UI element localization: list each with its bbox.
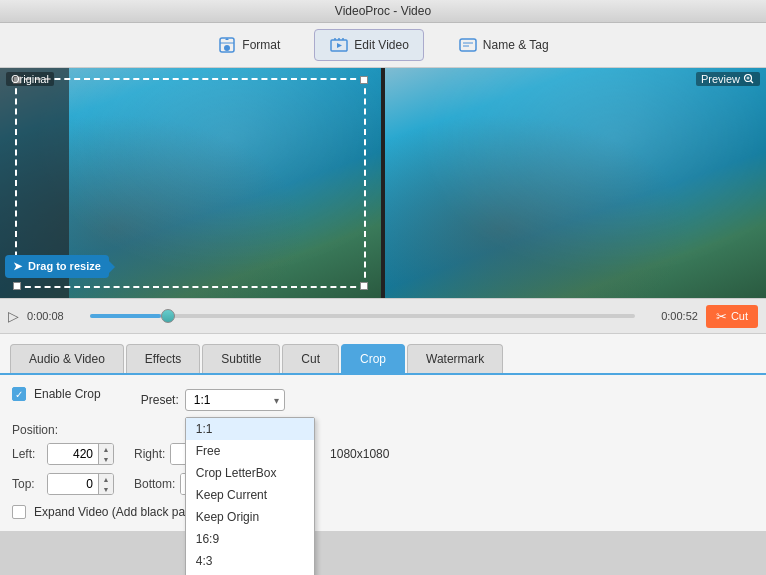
svg-point-2: [224, 45, 230, 51]
preset-dropdown: 1:1 Free Crop LetterBox Keep Current Kee…: [185, 417, 315, 575]
left-input-group: Left: ▲ ▼: [12, 443, 114, 465]
dropdown-item-keep-current[interactable]: Keep Current: [186, 484, 314, 506]
preview-video: [385, 68, 766, 298]
top-spin-down[interactable]: ▼: [99, 484, 113, 494]
top-spin-up[interactable]: ▲: [99, 474, 113, 484]
tab-crop[interactable]: Crop: [341, 344, 405, 373]
timeline-start-time: 0:00:08: [27, 310, 82, 322]
tab-watermark[interactable]: Watermark: [407, 344, 503, 373]
position-row: Left: ▲ ▼ Right: ▲ ▼: [12, 443, 754, 465]
top-label: Top:: [12, 477, 42, 491]
svg-marker-4: [337, 43, 342, 48]
position-label: Position:: [12, 423, 754, 437]
tabs: Audio & Video Effects Subtitle Cut Crop …: [10, 344, 756, 373]
svg-line-12: [751, 81, 754, 84]
original-video: ➤ Drag to resize: [0, 68, 381, 298]
dropdown-item-crop-letterbox[interactable]: Crop LetterBox: [186, 462, 314, 484]
app-title: VideoProc - Video: [335, 4, 431, 18]
left-input: ▲ ▼: [47, 443, 114, 465]
timeline-thumb[interactable]: [161, 309, 175, 323]
drag-arrow-icon: ➤: [13, 260, 22, 273]
preview-label: Preview: [696, 72, 760, 86]
top-value[interactable]: [48, 474, 98, 494]
left-spin-btns: ▲ ▼: [98, 444, 113, 464]
tab-subtitle[interactable]: Subtitle: [202, 344, 280, 373]
preset-select-box[interactable]: 1:1 ▾: [185, 389, 285, 411]
expand-video-checkbox[interactable]: [12, 505, 26, 519]
name-tag-label: Name & Tag: [483, 38, 549, 52]
tabs-container: Audio & Video Effects Subtitle Cut Crop …: [0, 334, 766, 373]
enable-crop-row: ✓ Enable Crop: [12, 387, 101, 401]
preview-area: Original Preview ➤ Drag to resize: [0, 68, 766, 298]
left-value[interactable]: [48, 444, 98, 464]
zoom-icon: [743, 73, 755, 85]
select-arrow-icon: ▾: [274, 395, 279, 406]
preset-select: 1:1 ▾ 1:1 Free Crop LetterBox Keep Cur: [185, 389, 285, 411]
expand-video-row: Expand Video (Add black pa ... the video…: [12, 505, 754, 519]
play-icon[interactable]: ▷: [8, 308, 19, 324]
title-bar: VideoProc - Video: [0, 0, 766, 23]
svg-rect-8: [460, 39, 476, 51]
dropdown-item-keep-origin[interactable]: Keep Origin: [186, 506, 314, 528]
dropdown-item-1-1-top[interactable]: 1:1: [186, 418, 314, 440]
preset-row: Preset: 1:1 ▾ 1:1 Free Crop LetterBox: [141, 389, 285, 411]
tab-effects[interactable]: Effects: [126, 344, 200, 373]
name-tag-icon: [458, 35, 478, 55]
scissors-icon: ✂: [716, 309, 727, 324]
dropdown-item-16-9[interactable]: 16:9: [186, 528, 314, 550]
crop-handle-bl[interactable]: [13, 282, 21, 290]
top-bottom-row: Top: ▲ ▼ Bottom: ▲ ▼: [12, 473, 754, 495]
tab-audio-video[interactable]: Audio & Video: [10, 344, 124, 373]
top-spin-btns: ▲ ▼: [98, 474, 113, 494]
top-input-group: Top: ▲ ▼: [12, 473, 114, 495]
size-value: 1080x1080: [330, 447, 389, 461]
original-label: Original: [6, 72, 54, 86]
left-spin-down[interactable]: ▼: [99, 454, 113, 464]
timeline-slider[interactable]: [90, 314, 635, 318]
enable-crop-label: Enable Crop: [34, 387, 101, 401]
format-label: Format: [242, 38, 280, 52]
timeline-progress: [90, 314, 161, 318]
preset-value: 1:1: [194, 393, 211, 407]
right-label: Right:: [134, 447, 165, 461]
edit-video-button[interactable]: Edit Video: [314, 29, 424, 61]
top-input: ▲ ▼: [47, 473, 114, 495]
timeline: ▷ 0:00:08 0:00:52 ✂ Cut: [0, 298, 766, 334]
position-section: Position: Left: ▲ ▼ Right:: [12, 423, 754, 495]
crop-handle-br[interactable]: [360, 282, 368, 290]
tab-cut[interactable]: Cut: [282, 344, 339, 373]
format-button[interactable]: Format: [203, 30, 294, 60]
dropdown-item-free[interactable]: Free: [186, 440, 314, 462]
enable-crop-checkbox[interactable]: ✓: [12, 387, 26, 401]
crop-handle-tr[interactable]: [360, 76, 368, 84]
left-spin-up[interactable]: ▲: [99, 444, 113, 454]
cut-button[interactable]: ✂ Cut: [706, 305, 758, 328]
toolbar: Format Edit Video Name & Tag: [0, 23, 766, 68]
left-label: Left:: [12, 447, 42, 461]
drag-tooltip: ➤ Drag to resize: [5, 255, 109, 278]
timeline-end-time: 0:00:52: [643, 310, 698, 322]
crop-panel: ✓ Enable Crop Preset: 1:1 ▾ 1:1 Free: [0, 373, 766, 531]
name-tag-button[interactable]: Name & Tag: [444, 30, 563, 60]
edit-video-icon: [329, 35, 349, 55]
edit-video-label: Edit Video: [354, 38, 409, 52]
bottom-label: Bottom:: [134, 477, 175, 491]
format-icon: [217, 35, 237, 55]
preset-label: Preset:: [141, 393, 179, 407]
dropdown-item-4-3[interactable]: 4:3: [186, 550, 314, 572]
